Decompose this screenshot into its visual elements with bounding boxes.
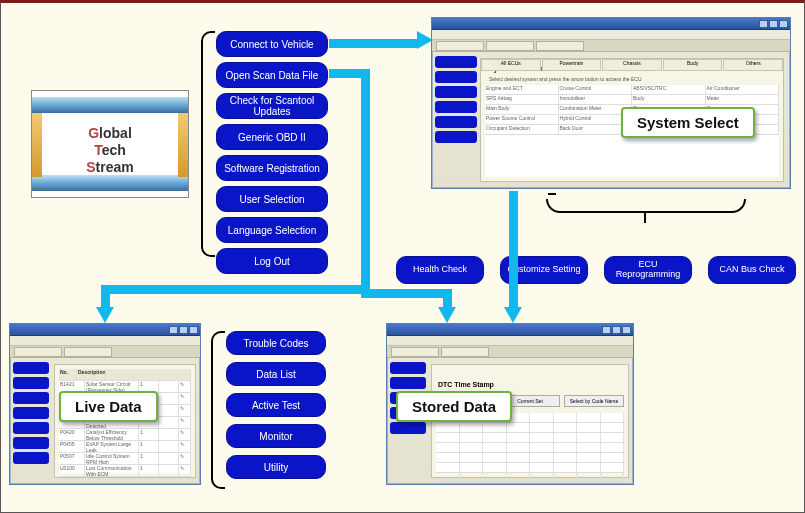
side-button[interactable] <box>435 131 477 143</box>
btn-active-test[interactable]: Active Test <box>226 393 326 417</box>
side-button[interactable] <box>390 377 426 389</box>
table-cell <box>159 381 179 392</box>
table-cell <box>577 423 601 432</box>
btn-data-list[interactable]: Data List <box>226 362 326 386</box>
btn-health-check[interactable]: Health Check <box>396 256 484 284</box>
system-select-window: System Selection Menu Select desired sys… <box>431 17 791 189</box>
btn-ecu-reprogram[interactable]: ECU Reprogramming <box>604 256 692 284</box>
table-cell <box>436 473 460 482</box>
sidebar <box>13 362 49 478</box>
titlebar <box>10 324 200 336</box>
table-row[interactable]: Engine and ECTCruise ControlABS/VSC/TRCA… <box>485 85 779 95</box>
table-row <box>436 473 624 483</box>
table-row[interactable]: P0507Idle Control System RPM High1✎ <box>59 453 191 465</box>
table-cell <box>577 463 601 472</box>
btn-language-select[interactable]: Language Selection <box>216 217 328 243</box>
btn-open-scan-file[interactable]: Open Scan Data File <box>216 62 328 88</box>
table-cell <box>577 413 601 422</box>
max-icon[interactable] <box>769 20 778 28</box>
btn-software-reg[interactable]: Software Registration <box>216 155 328 181</box>
sidebar <box>435 56 477 182</box>
side-button[interactable] <box>390 422 426 434</box>
close-icon[interactable] <box>189 326 198 334</box>
side-button[interactable] <box>435 56 477 68</box>
close-icon[interactable] <box>622 326 631 334</box>
section-title: DTC Time Stamp <box>438 381 494 388</box>
btn-utility[interactable]: Utility <box>226 455 326 479</box>
min-icon[interactable] <box>602 326 611 334</box>
table-cell: U0100 <box>59 465 85 476</box>
table-cell <box>530 453 554 462</box>
tab[interactable] <box>536 41 584 51</box>
btn-generic-obd2[interactable]: Generic OBD II <box>216 124 328 150</box>
table-cell: 1 <box>139 465 159 476</box>
tab[interactable] <box>14 347 62 357</box>
table-row[interactable]: P0455EVAP System Large Leak1✎ <box>59 441 191 453</box>
table-cell <box>460 433 484 442</box>
side-button[interactable] <box>13 362 49 374</box>
table-cell <box>601 443 625 452</box>
table-cell: P0420 <box>59 429 85 440</box>
close-icon[interactable] <box>779 20 788 28</box>
side-button[interactable] <box>435 101 477 113</box>
btn-trouble-codes[interactable]: Trouble Codes <box>226 331 326 355</box>
max-icon[interactable] <box>179 326 188 334</box>
btn-monitor[interactable]: Monitor <box>226 424 326 448</box>
side-button[interactable] <box>13 407 49 419</box>
subtab[interactable]: Chassis <box>602 59 662 71</box>
side-button[interactable] <box>13 392 49 404</box>
min-icon[interactable] <box>759 20 768 28</box>
table-cell <box>483 463 507 472</box>
side-button[interactable] <box>13 377 49 389</box>
side-button[interactable] <box>435 71 477 83</box>
btn-log-out[interactable]: Log Out <box>216 248 328 274</box>
table-cell <box>436 423 460 432</box>
max-icon[interactable] <box>612 326 621 334</box>
table-cell <box>436 433 460 442</box>
table-cell <box>436 453 460 462</box>
btn-check-updates[interactable]: Check for Scantool Updates <box>216 93 328 119</box>
side-button[interactable] <box>435 86 477 98</box>
subtab[interactable]: All ECUs <box>481 59 541 71</box>
table-row[interactable]: P0420Catalyst Efficiency Below Threshold… <box>59 429 191 441</box>
side-button[interactable] <box>435 116 477 128</box>
bracket-main-menu <box>201 31 215 257</box>
table-row[interactable]: SRS AirbagImmobiliserBodyMeter <box>485 95 779 105</box>
table-cell <box>507 443 531 452</box>
table-cell: 1 <box>139 441 159 452</box>
side-button[interactable] <box>13 437 49 449</box>
table-cell: P0455 <box>59 441 85 452</box>
tab[interactable] <box>64 347 112 357</box>
side-button[interactable] <box>390 362 426 374</box>
table-cell <box>601 463 625 472</box>
table-cell <box>159 405 179 416</box>
subtab[interactable]: Others <box>723 59 783 71</box>
side-button[interactable] <box>13 452 49 464</box>
tab[interactable] <box>391 347 439 357</box>
btn-select-by-code[interactable]: Select by Code Name <box>564 395 624 407</box>
btn-can-bus-check[interactable]: CAN Bus Check <box>708 256 796 284</box>
tab[interactable] <box>441 347 489 357</box>
subtab[interactable]: Body <box>663 59 723 71</box>
min-icon[interactable] <box>169 326 178 334</box>
menubar <box>10 336 200 346</box>
table-cell: ✎ <box>179 381 191 392</box>
table-cell <box>159 453 179 464</box>
table-row <box>436 423 624 433</box>
btn-connect-vehicle[interactable]: Connect to Vehicle <box>216 31 328 57</box>
table-cell <box>159 441 179 452</box>
tab[interactable] <box>436 41 484 51</box>
tab[interactable] <box>486 41 534 51</box>
table-cell <box>507 463 531 472</box>
subtab[interactable]: Powertrain <box>542 59 602 71</box>
table-cell <box>436 463 460 472</box>
table-cell: SRS Airbag <box>485 95 559 104</box>
btn-user-selection[interactable]: User Selection <box>216 186 328 212</box>
tabbar <box>10 346 200 358</box>
table-cell <box>601 433 625 442</box>
side-button[interactable] <box>13 422 49 434</box>
table-row[interactable]: U0100Lost Communication With ECM1✎ <box>59 465 191 477</box>
table-cell <box>554 453 578 462</box>
table-cell <box>530 413 554 422</box>
table-cell: Main Body <box>485 105 559 114</box>
